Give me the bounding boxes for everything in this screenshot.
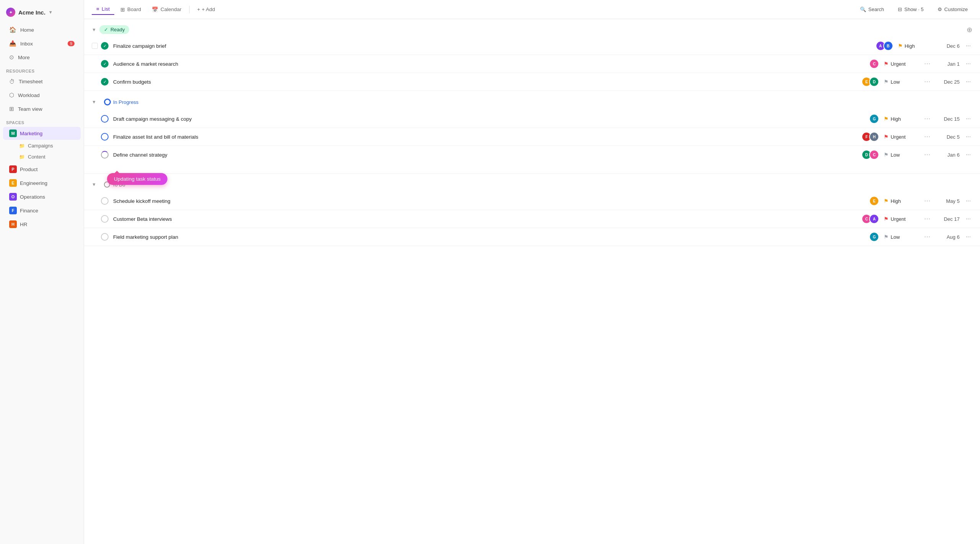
avatar: D — [869, 77, 879, 87]
task-name: Finalize asset list and bill of material… — [113, 134, 857, 140]
priority-flag-icon: ⚑ — [898, 43, 903, 49]
task-status-done-icon[interactable]: ✓ — [101, 42, 109, 50]
task-avatars: G — [869, 114, 879, 124]
sidebar-space-product[interactable]: P Product — [3, 163, 81, 176]
main-content: ≡ List ⊞ Board 📅 Calendar + + Add 🔍 Sear… — [84, 0, 980, 544]
ready-status-badge[interactable]: ✓ Ready — [99, 25, 130, 34]
finance-badge: F — [9, 207, 17, 214]
hr-badge: H — [9, 220, 17, 228]
sidebar-item-teamview[interactable]: ⊞ Team view — [3, 102, 81, 115]
sidebar-space-operations[interactable]: O Operations — [3, 190, 81, 203]
ready-chevron[interactable]: ▼ — [92, 27, 96, 32]
task-more-button[interactable]: ··· — [964, 151, 972, 158]
sidebar-item-timesheet[interactable]: ⏱ Timesheet — [3, 75, 81, 88]
task-dots[interactable]: ··· — [923, 133, 932, 140]
sidebar-item-workload[interactable]: ⬡ Workload — [3, 89, 81, 102]
search-label: Search — [868, 6, 884, 12]
todo-chevron[interactable]: ▼ — [92, 182, 96, 187]
task-date: May 5 — [937, 198, 960, 204]
task-dots[interactable]: ··· — [923, 198, 932, 204]
task-more-button[interactable]: ··· — [964, 133, 972, 140]
task-more-button[interactable]: ··· — [964, 60, 972, 67]
task-checkbox[interactable] — [92, 43, 98, 49]
sidebar-space-finance[interactable]: F Finance — [3, 204, 81, 217]
task-row: Field marketing support plan G ⚑ Low ···… — [84, 228, 980, 246]
tab-calendar[interactable]: 📅 Calendar — [147, 4, 186, 15]
task-more-button[interactable]: ··· — [964, 115, 972, 122]
task-status-in-progress-loading-icon[interactable] — [101, 151, 109, 159]
task-status-todo-icon[interactable] — [101, 215, 109, 223]
toolbar-divider — [189, 6, 190, 13]
sidebar-space-engineering[interactable]: E Engineering — [3, 176, 81, 189]
priority-label: Urgent — [891, 134, 905, 140]
priority-label: High — [905, 43, 915, 49]
priority-label: High — [891, 116, 901, 122]
customize-button[interactable]: ⚙ Customize — [933, 4, 972, 15]
task-status-todo-icon[interactable] — [101, 233, 109, 241]
sidebar-sub-content[interactable]: 📁 Content — [3, 152, 81, 162]
task-dots[interactable]: ··· — [923, 215, 932, 222]
tab-board[interactable]: ⊞ Board — [116, 4, 146, 15]
task-name: Field marketing support plan — [113, 234, 865, 240]
tab-list-label: List — [102, 6, 110, 12]
sidebar-space-marketing[interactable]: M Marketing — [3, 127, 81, 140]
ready-check-icon: ✓ — [104, 27, 108, 32]
task-priority: ⚑ High — [884, 198, 918, 204]
ready-label: Ready — [110, 27, 125, 32]
show-label: Show · 5 — [904, 6, 924, 12]
nav-inbox-label: Inbox — [20, 41, 33, 47]
task-status-done-icon[interactable]: ✓ — [101, 78, 109, 86]
task-row: Draft campaign messaging & copy G ⚑ High… — [84, 110, 980, 128]
task-more-button[interactable]: ··· — [964, 42, 972, 49]
task-priority: ⚑ Urgent — [884, 134, 918, 140]
in-progress-status-badge[interactable]: In Progress — [99, 97, 143, 107]
show-button[interactable]: ⊟ Show · 5 — [893, 4, 928, 15]
task-more-button[interactable]: ··· — [964, 198, 972, 204]
app-logo[interactable]: ✦ Acme Inc. ▾ — [0, 5, 84, 23]
priority-label: Urgent — [891, 216, 905, 222]
task-more-button[interactable]: ··· — [964, 78, 972, 85]
task-status-in-progress-icon[interactable] — [101, 115, 109, 123]
task-dots[interactable]: ··· — [923, 78, 932, 85]
task-date: Dec 6 — [937, 43, 960, 49]
product-badge: P — [9, 165, 17, 173]
workload-label: Workload — [18, 92, 40, 98]
task-name: Finalize campaign brief — [113, 43, 871, 49]
toolbar: ≡ List ⊞ Board 📅 Calendar + + Add 🔍 Sear… — [84, 0, 980, 19]
task-date: Dec 15 — [937, 116, 960, 122]
task-row: ✓ Confirm budgets E D ⚑ Low ··· Dec 25 ·… — [84, 73, 980, 91]
task-date: Dec 25 — [937, 79, 960, 85]
workload-icon: ⬡ — [9, 92, 14, 99]
in-progress-chevron[interactable]: ▼ — [92, 99, 96, 105]
app-name: Acme Inc. — [18, 9, 45, 16]
customize-icon: ⚙ — [938, 6, 942, 12]
tab-list[interactable]: ≡ List — [92, 4, 114, 15]
task-dots[interactable]: ··· — [923, 151, 932, 158]
sidebar-nav-inbox[interactable]: 📥 Inbox 9 — [3, 37, 81, 50]
task-more-button[interactable]: ··· — [964, 233, 972, 240]
priority-flag-icon: ⚑ — [884, 116, 889, 122]
task-dots[interactable]: ··· — [923, 60, 932, 67]
task-status-done-icon[interactable]: ✓ — [101, 60, 109, 68]
sidebar-space-hr[interactable]: H HR — [3, 218, 81, 231]
task-status-todo-icon[interactable] — [101, 197, 109, 205]
sidebar-nav-more[interactable]: ⊙ More — [3, 51, 81, 64]
task-more-button[interactable]: ··· — [964, 215, 972, 222]
add-button[interactable]: + + Add — [193, 4, 220, 15]
task-avatars: C — [869, 59, 879, 69]
search-button[interactable]: 🔍 Search — [855, 4, 889, 15]
sidebar-sub-campaigns[interactable]: 📁 Campaigns — [3, 141, 81, 151]
avatar: C — [869, 150, 879, 160]
priority-label: Urgent — [891, 61, 905, 67]
task-avatars: G — [869, 232, 879, 242]
sidebar-nav-home[interactable]: 🏠 Home — [3, 23, 81, 36]
task-date: Aug 6 — [937, 234, 960, 240]
task-status-in-progress-icon[interactable] — [101, 133, 109, 141]
task-dots[interactable]: ··· — [923, 233, 932, 240]
show-icon: ⊟ — [898, 6, 902, 12]
priority-label: Low — [891, 152, 900, 158]
ready-add-button[interactable]: ⊕ — [967, 26, 972, 34]
task-priority: ⚑ Urgent — [884, 216, 918, 222]
priority-flag-icon: ⚑ — [884, 198, 889, 204]
task-dots[interactable]: ··· — [923, 115, 932, 122]
